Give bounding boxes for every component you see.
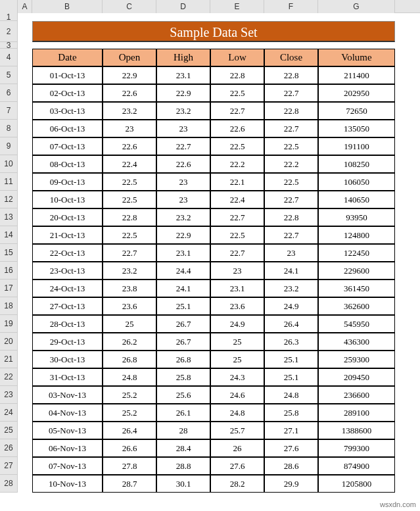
cell[interactable]: 24.8 <box>103 368 156 386</box>
row-header-9[interactable]: 9 <box>0 137 17 155</box>
cell[interactable]: 29.9 <box>264 475 318 493</box>
cell[interactable]: 106050 <box>318 173 395 191</box>
cell[interactable]: 1388600 <box>318 422 395 439</box>
cell[interactable]: 22.7 <box>264 226 318 244</box>
cell[interactable]: 93950 <box>318 208 395 226</box>
cell[interactable]: 24.8 <box>210 404 264 422</box>
cell[interactable]: 22.6 <box>156 155 210 173</box>
cell[interactable]: 28-Oct-13 <box>32 315 103 333</box>
cell[interactable]: 07-Nov-13 <box>32 457 103 475</box>
cell[interactable]: 27.8 <box>103 457 156 475</box>
cell[interactable]: 22.5 <box>103 173 156 191</box>
cell[interactable]: 25.1 <box>156 297 210 315</box>
cell[interactable]: 26.7 <box>156 333 210 351</box>
cell[interactable]: 22.6 <box>103 137 156 155</box>
cell[interactable]: 21-Oct-13 <box>32 226 103 244</box>
cell[interactable]: 22.9 <box>156 84 210 102</box>
cell[interactable]: 25.2 <box>103 386 156 404</box>
cell[interactable]: 10-Oct-13 <box>32 191 103 208</box>
cell[interactable]: 25.8 <box>264 404 318 422</box>
cell[interactable]: 22.7 <box>210 102 264 120</box>
cell[interactable]: 202950 <box>318 84 395 102</box>
cell[interactable]: 23.2 <box>264 280 318 297</box>
cell[interactable]: 23 <box>103 120 156 137</box>
cell[interactable]: 135050 <box>318 120 395 137</box>
cell[interactable]: 23.8 <box>103 280 156 297</box>
row-header-4[interactable]: 4 <box>0 49 17 66</box>
cell[interactable]: 23 <box>156 173 210 191</box>
cell[interactable]: 24.1 <box>264 262 318 280</box>
cell[interactable]: 28.8 <box>156 457 210 475</box>
header-low[interactable]: Low <box>210 49 264 66</box>
cell[interactable]: 24.8 <box>264 386 318 404</box>
cell[interactable]: 23.2 <box>156 102 210 120</box>
cell[interactable]: 24.1 <box>156 280 210 297</box>
cell[interactable]: 436300 <box>318 333 395 351</box>
cell[interactable]: 25.6 <box>156 386 210 404</box>
cell[interactable]: 140650 <box>318 191 395 208</box>
cell[interactable]: 26.8 <box>103 351 156 368</box>
cell[interactable]: 108250 <box>318 155 395 173</box>
cell[interactable]: 24.4 <box>156 262 210 280</box>
cell[interactable]: 259300 <box>318 351 395 368</box>
cell[interactable]: 23.2 <box>103 262 156 280</box>
cell[interactable]: 22.5 <box>103 191 156 208</box>
cell[interactable]: 25.7 <box>210 422 264 439</box>
cell[interactable]: 22.7 <box>210 208 264 226</box>
cell[interactable]: 28.6 <box>264 457 318 475</box>
column-header-F[interactable]: F <box>264 0 318 13</box>
row-header-27[interactable]: 27 <box>0 457 17 475</box>
cell[interactable]: 27.6 <box>264 439 318 457</box>
cell[interactable]: 25 <box>210 351 264 368</box>
cell[interactable]: 30.1 <box>156 475 210 493</box>
cell[interactable]: 06-Oct-13 <box>32 120 103 137</box>
row-header-12[interactable]: 12 <box>0 191 17 208</box>
cell[interactable]: 22.5 <box>210 137 264 155</box>
cell[interactable]: 26.6 <box>103 439 156 457</box>
sheet-content[interactable]: Sample Data Set Date Open High Low Close… <box>18 13 395 493</box>
cell[interactable]: 24.9 <box>210 315 264 333</box>
cell[interactable]: 24.9 <box>264 297 318 315</box>
cell[interactable]: 25.1 <box>264 351 318 368</box>
cell[interactable]: 27.6 <box>210 457 264 475</box>
column-header-A[interactable]: A <box>18 0 32 13</box>
cell[interactable]: 27.1 <box>264 422 318 439</box>
row-header-13[interactable]: 13 <box>0 208 17 226</box>
header-open[interactable]: Open <box>103 49 156 66</box>
row-header-7[interactable]: 7 <box>0 102 17 120</box>
select-all-corner[interactable] <box>0 0 18 13</box>
cell[interactable]: 25.1 <box>264 368 318 386</box>
cell[interactable]: 01-Oct-13 <box>32 66 103 84</box>
cell[interactable]: 22.8 <box>264 208 318 226</box>
cell[interactable]: 07-Oct-13 <box>32 137 103 155</box>
cell[interactable]: 31-Oct-13 <box>32 368 103 386</box>
cell[interactable]: 08-Oct-13 <box>32 155 103 173</box>
cell[interactable]: 22.7 <box>264 120 318 137</box>
cell[interactable]: 22.7 <box>264 84 318 102</box>
cell[interactable]: 23.6 <box>210 297 264 315</box>
cell[interactable]: 09-Oct-13 <box>32 173 103 191</box>
cell[interactable]: 22.4 <box>210 191 264 208</box>
cell[interactable]: 72650 <box>318 102 395 120</box>
cell[interactable]: 22.8 <box>264 66 318 84</box>
cell[interactable]: 25 <box>210 333 264 351</box>
header-volume[interactable]: Volume <box>318 49 395 66</box>
cell[interactable]: 362600 <box>318 297 395 315</box>
cell[interactable]: 23.1 <box>156 244 210 262</box>
cell[interactable]: 28 <box>156 422 210 439</box>
cell[interactable]: 26.2 <box>103 333 156 351</box>
cell[interactable]: 29-Oct-13 <box>32 333 103 351</box>
row-header-14[interactable]: 14 <box>0 226 17 244</box>
cell[interactable]: 24.3 <box>210 368 264 386</box>
row-header-23[interactable]: 23 <box>0 386 17 404</box>
cell[interactable]: 26.3 <box>264 333 318 351</box>
cell[interactable]: 191100 <box>318 137 395 155</box>
cell[interactable]: 28.4 <box>156 439 210 457</box>
row-header-20[interactable]: 20 <box>0 333 17 351</box>
cell[interactable]: 23.2 <box>103 102 156 120</box>
cell[interactable]: 27-Oct-13 <box>32 297 103 315</box>
cell[interactable]: 209450 <box>318 368 395 386</box>
cell[interactable]: 22.5 <box>264 173 318 191</box>
cell[interactable]: 25.8 <box>156 368 210 386</box>
cell[interactable]: 28.7 <box>103 475 156 493</box>
